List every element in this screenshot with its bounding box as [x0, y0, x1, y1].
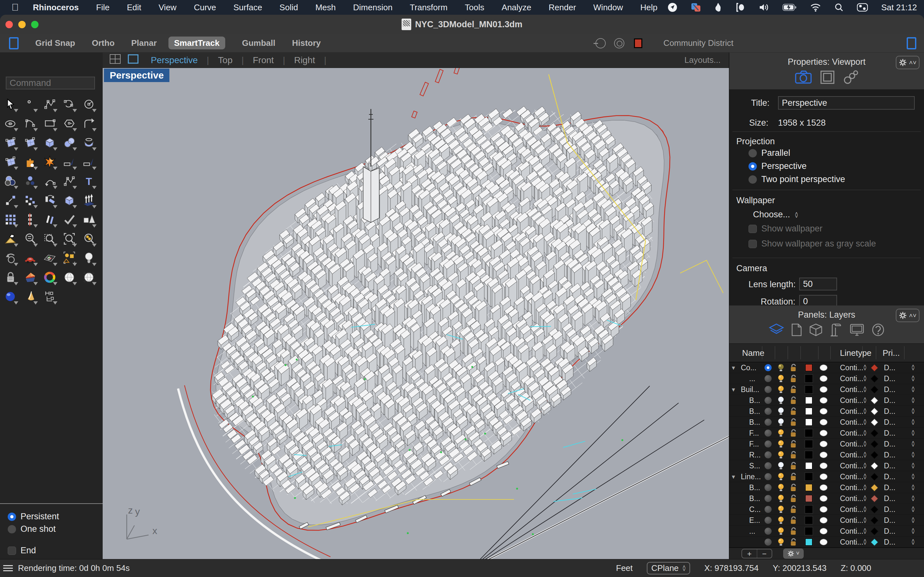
spotlight-tool-icon[interactable] [20, 287, 40, 306]
layer-linetype[interactable]: Conti... [840, 450, 863, 460]
layer-visibility-bulb-icon[interactable] [777, 428, 784, 438]
layer-print-width[interactable]: D... [884, 526, 895, 537]
layer-row[interactable]: ...Conti...˄˅D...˄˅ [729, 526, 924, 537]
curve-fillet-icon[interactable] [79, 114, 99, 133]
toggle-grid-snap[interactable]: Grid Snap [35, 37, 75, 49]
layer-name[interactable]: ... [749, 373, 755, 384]
layer-print-width[interactable]: D... [884, 417, 895, 428]
print-color-diamond[interactable] [872, 373, 877, 384]
layer-lock-icon[interactable] [790, 537, 797, 548]
rectangle-tool-icon[interactable] [40, 114, 59, 133]
layer-lock-icon[interactable] [790, 493, 797, 504]
camera-icon[interactable] [795, 70, 812, 85]
layer-material-icon[interactable] [820, 515, 827, 526]
expand-icon[interactable]: ▾ [732, 471, 735, 482]
current-layer-radio[interactable] [764, 373, 772, 384]
selection-filter-icon[interactable] [59, 248, 79, 268]
ellipse-tool-icon[interactable] [1, 114, 20, 133]
print-color-diamond[interactable] [872, 482, 877, 493]
print-updown-icon[interactable]: ˄˅ [911, 362, 915, 373]
surface-loft-icon[interactable] [20, 133, 40, 152]
layer-row[interactable]: ▾Line...Conti...˄˅D...˄˅ [729, 471, 924, 482]
layer-name[interactable]: S... [749, 460, 760, 471]
layer-state-tools-icon[interactable] [20, 268, 40, 287]
current-layer-radio[interactable] [764, 395, 772, 406]
layer-print-width[interactable]: D... [884, 537, 895, 548]
layers-icon[interactable] [769, 323, 784, 338]
move-tool-icon[interactable] [1, 191, 20, 210]
layer-lock-icon[interactable] [790, 471, 797, 482]
text-object-icon[interactable]: T [79, 171, 99, 191]
layer-print-width[interactable]: D... [884, 362, 895, 373]
layers-options-button[interactable]: ˅ [783, 548, 804, 559]
layer-print-width[interactable]: D... [884, 373, 895, 384]
layer-row[interactable]: B...Conti...˄˅D...˄˅ [729, 482, 924, 493]
layer-name[interactable]: Co... [741, 362, 756, 373]
left-panel-toggle-icon[interactable] [9, 37, 19, 49]
layer-color-swatch[interactable] [805, 537, 813, 548]
primitives-icon[interactable] [79, 210, 99, 229]
curve-tools-icon[interactable] [59, 95, 79, 114]
navigation-icon[interactable] [668, 3, 677, 12]
zoom-tool-icon[interactable] [20, 229, 40, 248]
print-updown-icon[interactable]: ˄˅ [911, 493, 915, 504]
help-icon[interactable] [871, 323, 885, 338]
print-color-diamond[interactable] [872, 526, 877, 537]
layer-color-swatch[interactable] [805, 460, 813, 471]
layer-lock-icon[interactable] [790, 515, 797, 526]
expand-icon[interactable]: ▾ [732, 384, 735, 395]
print-color-diamond[interactable] [872, 504, 877, 515]
layer-row[interactable]: F...Conti...˄˅D...˄˅ [729, 438, 924, 450]
layer-visibility-bulb-icon[interactable] [777, 526, 784, 537]
command-input[interactable] [6, 77, 95, 89]
layer-lock-icon[interactable] [790, 526, 797, 537]
print-updown-icon[interactable]: ˄˅ [911, 428, 915, 438]
projection-two-point-perspective[interactable] [748, 175, 757, 184]
layer-color-swatch[interactable] [805, 504, 813, 515]
current-layer-radio[interactable] [764, 406, 772, 417]
layer-print-width[interactable]: D... [884, 395, 895, 406]
layer-name[interactable]: B... [749, 417, 760, 428]
properties-gear-button[interactable]: ˄˅ [896, 56, 919, 69]
toggle-history[interactable]: History [292, 37, 321, 49]
current-layer-radio[interactable] [764, 428, 772, 438]
linetype-updown-icon[interactable]: ˄˅ [863, 526, 867, 537]
linetype-updown-icon[interactable]: ˄˅ [863, 438, 867, 450]
print-color-diamond[interactable] [872, 417, 877, 428]
wifi-icon[interactable] [810, 3, 821, 11]
layer-linetype[interactable]: Conti... [840, 537, 863, 548]
menubar-clock[interactable]: Sat 21:12 [881, 3, 917, 13]
layer-name[interactable]: Buil... [741, 384, 759, 395]
layer-row[interactable]: F...Conti...˄˅D...˄˅ [729, 428, 924, 438]
current-layer-radio[interactable] [764, 515, 772, 526]
print-color-diamond[interactable] [872, 395, 877, 406]
print-updown-icon[interactable]: ˄˅ [911, 450, 915, 460]
layer-visibility-bulb-icon[interactable] [777, 460, 784, 471]
units-label[interactable]: Feet [616, 563, 633, 573]
layer-visibility-bulb-icon[interactable] [777, 504, 784, 515]
layer-color-swatch[interactable] [805, 428, 813, 438]
scroll-icon[interactable] [830, 323, 843, 338]
layer-linetype[interactable]: Conti... [840, 493, 863, 504]
column-linetype[interactable]: Linetype [840, 348, 871, 358]
menu-edit[interactable]: Edit [127, 3, 141, 12]
radio-one-shot[interactable] [8, 525, 16, 533]
layer-material-icon[interactable] [820, 526, 827, 537]
layer-name[interactable]: F... [749, 438, 759, 450]
cplane-tool-icon[interactable] [40, 248, 59, 268]
print-updown-icon[interactable]: ˄˅ [911, 460, 915, 471]
menu-view[interactable]: View [158, 3, 176, 12]
arc-tool-icon[interactable] [20, 114, 40, 133]
boolean-union-icon[interactable] [20, 152, 40, 171]
layer-linetype[interactable]: Conti... [840, 384, 863, 395]
layer-visibility-bulb-icon[interactable] [777, 384, 784, 395]
lock-objects-icon[interactable] [1, 268, 20, 287]
status-menu-icon[interactable] [3, 564, 13, 573]
layer-material-icon[interactable] [820, 384, 827, 395]
layer-name[interactable]: Line... [741, 471, 761, 482]
layer-material-icon[interactable] [820, 482, 827, 493]
menu-tools[interactable]: Tools [465, 3, 485, 12]
checkbox-show-wallpaper-as-gray-scale[interactable] [748, 240, 757, 248]
layer-color-swatch[interactable] [805, 515, 813, 526]
rotate-tool-icon[interactable] [40, 191, 59, 210]
